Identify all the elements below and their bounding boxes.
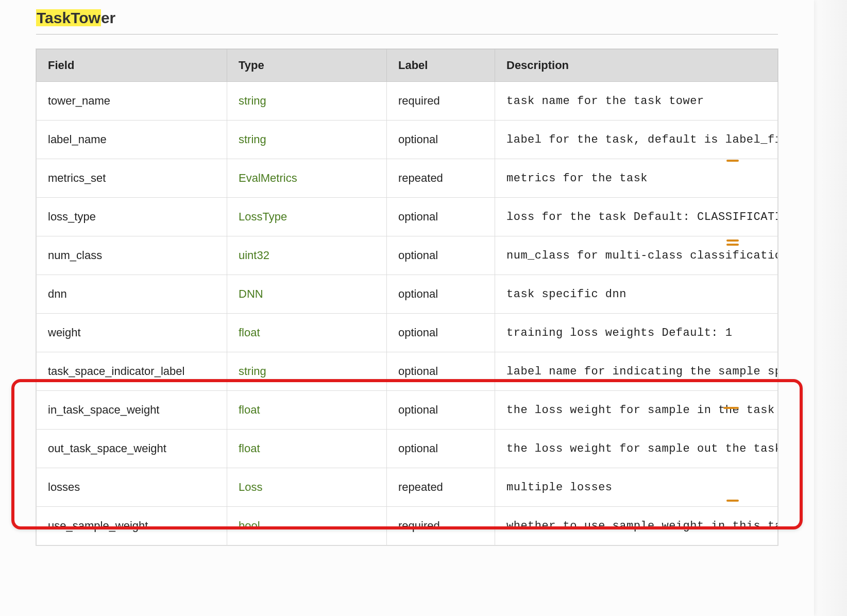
cell-type: float [227,391,387,430]
type-link[interactable]: string [239,365,266,378]
table-row: dnnDNNoptionaltask specific dnn [37,275,778,314]
type-link[interactable]: uint32 [239,249,269,262]
cell-label: optional [387,314,495,352]
cell-label: optional [387,352,495,391]
type-link[interactable]: EvalMetrics [239,172,297,184]
type-link[interactable]: float [239,442,260,455]
table-row: tower_namestringrequiredtask name for th… [37,82,778,121]
table-row: task_space_indicator_labelstringoptional… [37,352,778,391]
col-description: Description [495,49,778,82]
cell-description: task specific dnn [495,275,778,314]
type-link[interactable]: float [239,403,260,416]
table-row: out_task_space_weightfloatoptionalthe lo… [37,430,778,468]
cell-type: bool [227,507,387,545]
cell-field: dnn [37,275,227,314]
cell-field: metrics_set [37,159,227,198]
table-row: weightfloatoptionaltraining loss weights… [37,314,778,352]
col-field: Field [37,49,227,82]
cell-description: the loss weight for sample in the task s… [495,391,778,430]
col-type: Type [227,49,387,82]
cell-description: label for the task, default is label_fie… [495,121,778,159]
cell-description: metrics for the task [495,159,778,198]
table-row: loss_typeLossTypeoptionalloss for the ta… [37,198,778,236]
cell-label: repeated [387,468,495,507]
cell-type: string [227,82,387,121]
cell-field: losses [37,468,227,507]
type-link[interactable]: DNN [239,287,263,300]
document-sheet: TaskTower Field Type Label Description [0,0,814,616]
page-root: TaskTower Field Type Label Description [0,0,847,616]
cell-label: optional [387,391,495,430]
table-row: lossesLossrepeatedmultiple losses [37,468,778,507]
cell-label: optional [387,198,495,236]
cell-type: LossType [227,198,387,236]
table-row: label_namestringoptionallabel for the ta… [37,121,778,159]
annotation-mark [726,160,739,162]
cell-label: optional [387,430,495,468]
cell-label: optional [387,275,495,314]
cell-type: float [227,314,387,352]
cell-label: required [387,82,495,121]
type-link[interactable]: LossType [239,210,287,223]
cell-type: float [227,430,387,468]
table-row: in_task_space_weightfloatoptionalthe los… [37,391,778,430]
cell-field: in_task_space_weight [37,391,227,430]
type-link[interactable]: Loss [239,481,262,493]
type-link[interactable]: bool [239,519,260,532]
cell-label: optional [387,236,495,275]
cell-description: label name for indicating the sample spa… [495,352,778,391]
cell-description: num_class for multi-class classification [495,236,778,275]
section-rule [36,34,778,35]
cell-type: EvalMetrics [227,159,387,198]
cell-label: required [387,507,495,545]
col-label: Label [387,49,495,82]
cell-type: string [227,352,387,391]
schema-table: Field Type Label Description tower_names… [36,49,778,545]
cell-label: optional [387,121,495,159]
section-title: TaskTower [36,9,115,27]
cell-field: task_space_indicator_label [37,352,227,391]
title-highlight: TaskTow [36,9,101,26]
annotation-mark [726,500,739,502]
type-link[interactable]: string [239,94,266,107]
cell-type: string [227,121,387,159]
table-wrapper: Field Type Label Description tower_names… [36,49,778,545]
cell-description: task name for the task tower [495,82,778,121]
annotation-mark [726,239,739,242]
type-link[interactable]: string [239,133,266,146]
cell-field: loss_type [37,198,227,236]
annotation-mark [723,407,739,409]
annotation-mark [726,244,739,246]
cell-field: num_class [37,236,227,275]
cell-field: label_name [37,121,227,159]
cell-field: out_task_space_weight [37,430,227,468]
cell-field: weight [37,314,227,352]
table-row: use_sample_weightboolrequiredwhether to … [37,507,778,545]
title-rest: er [101,9,115,26]
cell-description: training loss weights Default: 1 [495,314,778,352]
cell-type: DNN [227,275,387,314]
cell-label: repeated [387,159,495,198]
table-header-row: Field Type Label Description [37,49,778,82]
cell-type: uint32 [227,236,387,275]
cell-description: loss for the task Default: CLASSIFICATIO… [495,198,778,236]
cell-field: tower_name [37,82,227,121]
cell-description: whether to use sample weight in this tas… [495,507,778,545]
cell-type: Loss [227,468,387,507]
table-row: num_classuint32optionalnum_class for mul… [37,236,778,275]
table-row: metrics_setEvalMetricsrepeatedmetrics fo… [37,159,778,198]
content-area: TaskTower Field Type Label Description [0,0,814,566]
cell-field: use_sample_weight [37,507,227,545]
table-body: tower_namestringrequiredtask name for th… [37,82,778,545]
cell-description: the loss weight for sample out the task … [495,430,778,468]
type-link[interactable]: float [239,326,260,339]
